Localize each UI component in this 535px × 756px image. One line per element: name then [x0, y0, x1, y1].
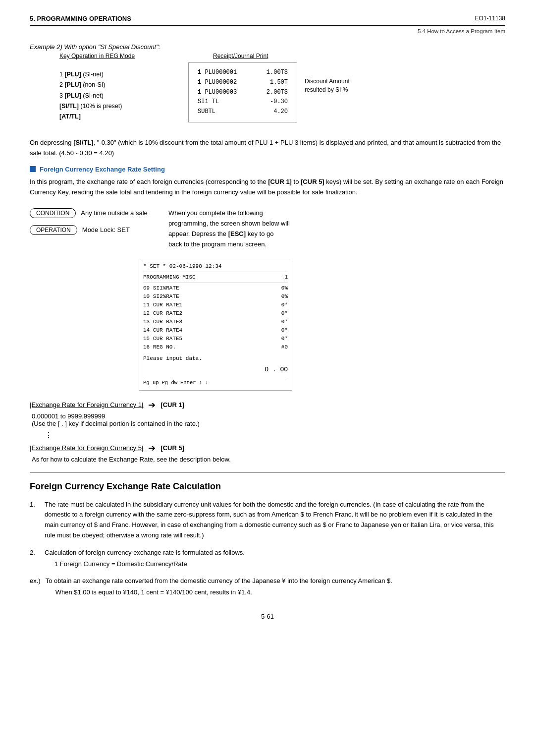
footer-pgdw: Pg dw: [162, 379, 178, 387]
list-item-ex-sub: When $1.00 is equal to ¥140, 1 cent = ¥1…: [46, 587, 505, 598]
screen-line-2: 10 SI2%RATE0%: [143, 292, 288, 301]
exchange-rate-1-note: (Use the [ . ] key if decimal portion is…: [30, 420, 505, 427]
receipt-box: 1 PLU0000011.00TS 1 PLU0000021.50T 1 PLU…: [188, 62, 297, 122]
cond-op-labels: CONDITION Any time outside a sale OPERAT…: [30, 208, 159, 235]
receipt-line-3: 1 PLU0000032.00TS: [198, 88, 288, 98]
discount-note: Discount Amount resulted by SI %: [305, 77, 381, 94]
footer-down: ↓: [205, 379, 208, 387]
key-op-line-1: 1 [PLU] (SI-net): [59, 69, 188, 80]
screen-line-1: 09 SI1%RATE0%: [143, 284, 288, 292]
condition-row: CONDITION Any time outside a sale: [30, 208, 159, 218]
right-desc-line3: appear. Depress the [ESC] key to go: [168, 229, 290, 239]
exchange-rate-1-row: |Exchange Rate for Foreign Currency 1| ➔…: [30, 400, 505, 410]
screen-tab-indicator: 1: [284, 273, 288, 282]
key-op-line-4: [SI/TL] (10% is preset): [59, 101, 188, 112]
screen-line-4: 12 CUR RATE20*: [143, 309, 288, 318]
ellipsis: ⋮: [45, 430, 505, 440]
footer-up: ↑: [199, 379, 202, 387]
col-receipt-label: Receipt/Journal Print: [183, 53, 268, 59]
key-op-line-2: 2 [PLU] (non-SI): [59, 80, 188, 90]
footer-enter: Enter: [180, 379, 196, 387]
doc-number: EO1-11138: [475, 15, 505, 22]
operation-badge: OPERATION: [30, 225, 77, 235]
section-title: 5. PROGRAMMING OPERATIONS: [30, 15, 131, 22]
footer-pgup: Pg up: [143, 379, 159, 387]
list-num-1: 1.: [30, 500, 40, 541]
exchange-rate-5-row: |Exchange Rate for Foreign Currency 5| ➔…: [30, 443, 505, 454]
page-number: 5-61: [30, 613, 505, 620]
arrow-icon-1: ➔: [148, 400, 156, 410]
screen-header-line: * SET * 02-06-1998 12:34: [143, 262, 288, 272]
right-desc-line1: When you complete the following: [168, 208, 290, 219]
screen-tabs-row: PROGRAMMING MISC 1: [143, 273, 288, 283]
example-box: 1 [PLU] (SI-net) 2 [PLU] (non-SI) 3 [PLU…: [30, 62, 505, 129]
list-item-2: 2. Calculation of foreign currency excha…: [30, 548, 505, 570]
exchange-rate-section: |Exchange Rate for Foreign Currency 1| ➔…: [30, 400, 505, 427]
screen-line-6: 14 CUR RATE40*: [143, 326, 288, 335]
discount-note-line2: resulted by SI %: [305, 86, 381, 94]
list-content-2: Calculation of foreign currency exchange…: [45, 548, 505, 570]
discount-note-line1: Discount Amount: [305, 77, 381, 86]
cur-5-label: [CUR 5]: [160, 444, 184, 452]
receipt-line-2: 1 PLU0000021.50T: [198, 78, 288, 88]
right-desc-line2: programming, the screen shown below will: [168, 219, 290, 229]
screen-line-3: 11 CUR RATE10*: [143, 301, 288, 309]
key-op-line-5: [AT/TL]: [59, 112, 188, 122]
divider: [30, 472, 505, 472]
screen-mockup: * SET * 02-06-1998 12:34 PROGRAMMING MIS…: [139, 259, 292, 391]
section-body: In this program, the exchange rate of ea…: [30, 177, 505, 198]
screen-line-8: 16 REG NO.#0: [143, 343, 288, 351]
receipt-line-1: 1 PLU0000011.00TS: [198, 68, 288, 78]
condition-text: Any time outside a sale: [81, 208, 147, 217]
receipt-line-5: SUBTL4.20: [198, 107, 288, 117]
screen-header-text: * SET * 02-06-1998 12:34: [143, 262, 221, 271]
arrow-icon-5: ➔: [148, 443, 156, 454]
key-op-column: 1 [PLU] (SI-net) 2 [PLU] (non-SI) 3 [PLU…: [30, 62, 188, 129]
numbered-list: 1. The rate must be calculated in the su…: [30, 500, 505, 598]
operation-row: OPERATION Mode Lock: SET: [30, 225, 159, 235]
screen-lines: 09 SI1%RATE0% 10 SI2%RATE0% 11 CUR RATE1…: [143, 284, 288, 351]
list-item-1: 1. The rate must be calculated in the su…: [30, 500, 505, 541]
list-num-2: 2.: [30, 548, 40, 570]
section-heading: Foreign Currency Exchange Rate Setting: [30, 166, 505, 173]
screen-line-7: 15 CUR RATE50*: [143, 335, 288, 343]
condition-op-area: CONDITION Any time outside a sale OPERAT…: [30, 206, 505, 249]
list-item-ex: ex.) To obtain an exchange rate converte…: [30, 576, 505, 598]
key-op-line-3: 3 [PLU] (SI-net): [59, 91, 188, 101]
list-num-ex: ex.): [30, 576, 41, 598]
list-content-ex: To obtain an exchange rate converted fro…: [46, 576, 505, 598]
screen-line-5: 13 CUR RATE30*: [143, 318, 288, 326]
right-description: When you complete the following programm…: [168, 208, 290, 249]
exchange-rate-5-label: |Exchange Rate for Foreign Currency 5|: [30, 444, 143, 452]
list-content-1: The rate must be calculated in the subsi…: [45, 500, 505, 541]
exchange-rate-1-range: 0.000001 to 9999.999999: [30, 412, 505, 420]
screen-footer: Pg up Pg dw Enter ↑ ↓: [143, 377, 288, 387]
receipt-line-4: SI1 TL-0.30: [198, 97, 288, 107]
main-heading: Foreign Currency Exchange Rate Calculati…: [30, 481, 505, 492]
sub-header: 5.4 How to Access a Program Item: [30, 28, 505, 34]
screen-prompt: Please input data.: [143, 354, 288, 363]
list-item-2-sub: 1 Foreign Currency = Domestic Currency/R…: [45, 559, 505, 570]
page-header: 5. PROGRAMMING OPERATIONS EO1-11138: [30, 15, 505, 26]
blue-square-icon: [30, 166, 36, 172]
operation-text: Mode Lock: SET: [82, 225, 130, 233]
exchange-rate-5-section: |Exchange Rate for Foreign Currency 5| ➔…: [30, 443, 505, 463]
col-key-op-label: Key Operation in REG Mode: [30, 53, 183, 59]
condition-badge: CONDITION: [30, 208, 76, 218]
cur-1-label: [CUR 1]: [160, 401, 184, 408]
columns-header: Key Operation in REG Mode Receipt/Journa…: [30, 53, 505, 59]
screen-amount: O . OO: [143, 365, 288, 375]
screen-tabs: PROGRAMMING MISC: [143, 273, 196, 282]
para1: On depressing [SI/TL], "-0.30" (which is…: [30, 138, 505, 159]
right-desc-line4: back to the program menu screen.: [168, 239, 290, 250]
example-title: Example 2) With option "SI Special Disco…: [30, 43, 505, 51]
exchange-rate-1-label: |Exchange Rate for Foreign Currency 1|: [30, 401, 143, 408]
sub-header-text: 5.4 How to Access a Program Item: [418, 28, 505, 34]
exchange-rate-5-note: As for how to calculate the Exchange Rat…: [30, 456, 505, 463]
section-heading-text: Foreign Currency Exchange Rate Setting: [40, 166, 165, 173]
